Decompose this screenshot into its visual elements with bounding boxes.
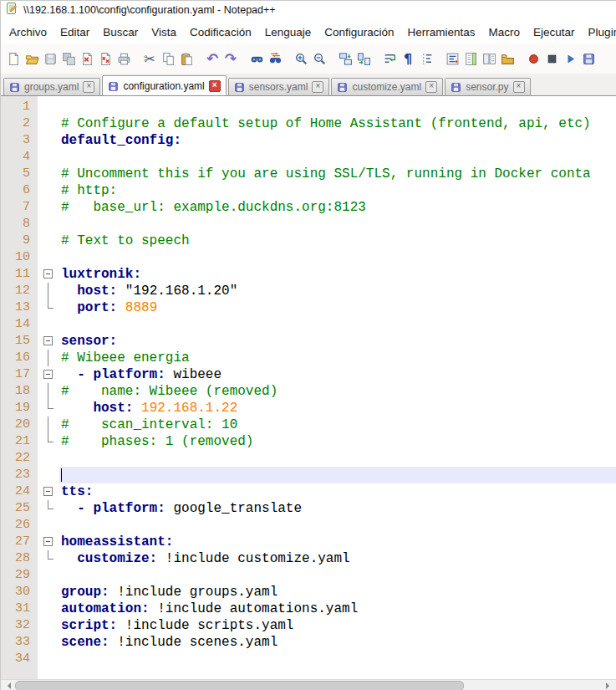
menu-item-archivo[interactable]: Archivo [3, 23, 53, 42]
code-line[interactable]: sensor: [59, 333, 616, 350]
code-line[interactable]: tts: [59, 483, 616, 500]
tab-customize-yaml[interactable]: customize.yaml× [331, 78, 443, 95]
cut-button[interactable]: ✂ [140, 49, 159, 69]
sync-vertical-button[interactable] [336, 49, 354, 69]
folder-as-workspace-button[interactable] [498, 49, 517, 69]
fold-margin [38, 233, 59, 249]
code-line[interactable] [59, 99, 616, 115]
code-line[interactable] [59, 517, 616, 534]
tab-configuration-yaml[interactable]: configuration.yaml× [102, 75, 226, 96]
code-line[interactable]: - platform: google_translate [59, 500, 616, 517]
fold-toggle-icon[interactable] [38, 483, 59, 500]
close-button[interactable] [78, 49, 96, 69]
sync-horizontal-button[interactable] [354, 49, 373, 69]
record-macro-button[interactable] [524, 49, 542, 69]
fold-toggle-icon[interactable] [38, 266, 59, 283]
tab-groups-yaml[interactable]: groups.yaml× [3, 78, 100, 95]
fold-toggle-icon[interactable] [38, 534, 59, 550]
code-line[interactable]: group: !include groups.yaml [59, 584, 616, 601]
code-line[interactable] [59, 316, 616, 333]
code-line[interactable]: default_config: [59, 132, 616, 149]
tab-close-icon[interactable]: × [425, 81, 437, 93]
word-wrap-button[interactable] [380, 49, 399, 69]
find-button[interactable] [247, 49, 266, 69]
menu-item-configuracion[interactable]: Configuración [318, 23, 400, 42]
code-line[interactable] [59, 149, 616, 166]
replace-button[interactable] [266, 49, 284, 69]
save-button[interactable] [41, 49, 59, 69]
code-line[interactable] [59, 450, 616, 467]
code-line[interactable]: host: 192.168.1.22 [59, 400, 616, 417]
scroll-track[interactable] [14, 680, 603, 690]
tab-sensor-py[interactable]: sensor.py× [445, 78, 530, 95]
copy-button[interactable] [159, 49, 177, 69]
tab-close-icon[interactable]: × [83, 81, 94, 93]
code-line[interactable] [59, 467, 616, 483]
playback-macro-button[interactable] [561, 49, 579, 69]
code-line[interactable]: # base_url: example.duckdns.org:8123 [59, 199, 616, 216]
menu-item-ejecutar[interactable]: Ejecutar [527, 23, 582, 42]
zoom-in-button[interactable] [292, 49, 310, 69]
menu-item-codificacion[interactable]: Codificación [183, 23, 258, 42]
menu-item-lenguaje[interactable]: Lenguaje [258, 23, 318, 42]
document-list-button[interactable] [480, 49, 498, 69]
code-line[interactable] [59, 216, 616, 233]
code-line[interactable]: # Uncomment this if you are using SSL/TL… [59, 166, 616, 182]
code-line[interactable]: customize: !include customize.yaml [59, 550, 616, 567]
code-line[interactable]: # phases: 1 (removed) [59, 433, 616, 450]
horizontal-scrollbar[interactable] [1, 679, 616, 690]
code-line[interactable] [59, 567, 616, 584]
code-line[interactable]: # name: Wibeee (removed) [59, 383, 616, 400]
menu-item-vista[interactable]: Vista [145, 23, 183, 42]
save-all-button[interactable] [59, 49, 78, 69]
editor-line: 14 [1, 316, 616, 333]
code-line[interactable]: automation: !include automations.yaml [59, 601, 616, 617]
scroll-thumb[interactable] [15, 681, 464, 690]
code-line[interactable]: port: 8889 [59, 299, 616, 316]
code-line[interactable]: scene: !include scenes.yaml [59, 634, 616, 651]
code-line[interactable] [59, 249, 616, 266]
code-line[interactable] [59, 651, 616, 667]
tab-close-icon[interactable]: × [209, 80, 221, 92]
menu-item-buscar[interactable]: Buscar [96, 23, 145, 42]
document-map-button[interactable] [461, 49, 480, 69]
print-button[interactable] [115, 49, 133, 69]
scroll-right-button[interactable] [603, 680, 616, 690]
code-line[interactable]: # scan_interval: 10 [59, 417, 616, 433]
code-line[interactable]: luxtronik: [59, 266, 616, 283]
line-number: 21 [1, 433, 38, 450]
indent-guide-button[interactable] [417, 49, 435, 69]
code-line[interactable]: # Configure a default setup of Home Assi… [59, 115, 616, 132]
code-line[interactable]: homeassistant: [59, 534, 616, 550]
code-line[interactable]: # Text to speech [59, 233, 616, 249]
scroll-left-button[interactable] [1, 680, 14, 690]
menu-item-macro[interactable]: Macro [482, 23, 527, 42]
save-macro-button[interactable] [579, 49, 598, 69]
paste-button[interactable] [177, 49, 196, 69]
fold-toggle-icon[interactable] [38, 366, 59, 383]
menu-item-plugins[interactable]: Plugins [582, 23, 616, 42]
menu-item-editar[interactable]: Editar [53, 23, 96, 42]
code-line[interactable]: - platform: wibeee [59, 366, 616, 383]
tab-close-icon[interactable]: × [312, 81, 323, 93]
tab-sensors-yaml[interactable]: sensors.yaml× [228, 78, 330, 95]
undo-button[interactable]: ↶ [203, 49, 221, 69]
code-line[interactable]: host: "192.168.1.20" [59, 283, 616, 299]
open-file-button[interactable] [23, 49, 41, 69]
close-all-button[interactable] [96, 49, 115, 69]
code-line[interactable]: script: !include scripts.yaml [59, 617, 616, 634]
zoom-out-button[interactable] [310, 49, 328, 69]
show-all-characters-button[interactable]: ¶ [399, 49, 417, 69]
stop-macro-button[interactable] [542, 49, 561, 69]
tab-close-icon[interactable]: × [513, 81, 525, 93]
menu-item-herramientas[interactable]: Herramientas [401, 23, 482, 42]
function-list-button[interactable] [443, 49, 461, 69]
code-line[interactable]: # Wibeee energia [59, 350, 616, 366]
new-file-button[interactable] [4, 49, 23, 69]
fold-toggle-icon[interactable] [38, 333, 59, 350]
redo-button[interactable]: ↷ [221, 49, 240, 69]
editor[interactable]: 12# Configure a default setup of Home As… [1, 96, 616, 679]
code-line[interactable]: # http: [59, 182, 616, 199]
editor-line: 11luxtronik: [1, 266, 616, 283]
tab-label: configuration.yaml [123, 80, 204, 92]
